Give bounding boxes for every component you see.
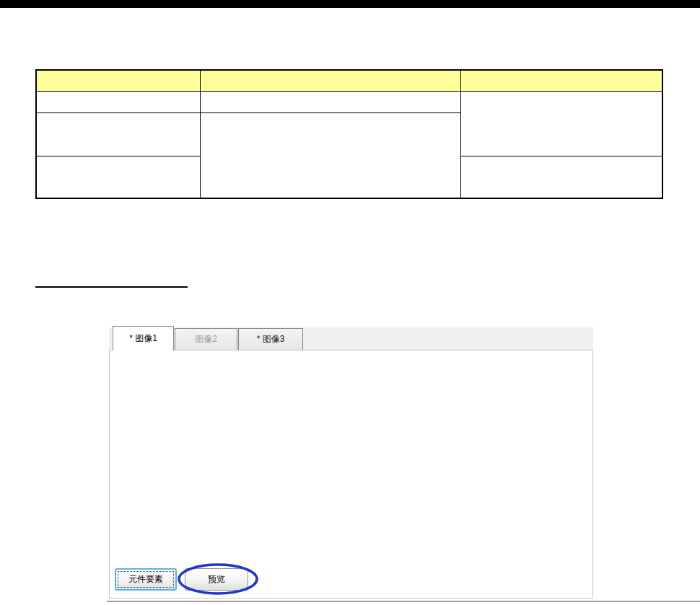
tab-image1-label: * 图像1: [129, 332, 157, 345]
tab-image1[interactable]: * 图像1: [113, 326, 174, 350]
blank-heading-underline: [35, 286, 188, 288]
table-header-row: [36, 70, 662, 91]
element-list-button-label: 元件要素: [128, 573, 163, 586]
tab-image2[interactable]: 图像2: [175, 328, 237, 350]
top-divider-bar: [0, 0, 700, 8]
table-header-cell-3: [460, 70, 662, 91]
preview-button-label: 预览: [208, 573, 225, 586]
preview-button[interactable]: 预览: [185, 568, 248, 591]
table-cell: [460, 156, 662, 198]
tab-image3[interactable]: * 图像3: [238, 328, 303, 350]
manual-page: * 图像1 图像2 * 图像3 元件要素 预览: [0, 0, 700, 605]
table-cell: [200, 91, 460, 112]
tab-image3-label: * 图像3: [257, 333, 285, 345]
element-list-button[interactable]: 元件要素: [115, 568, 177, 591]
tab-image2-label: 图像2: [195, 333, 217, 345]
table-cell-merged: [200, 112, 460, 198]
table-cell: [36, 91, 200, 112]
figure-bottom-edge: [107, 601, 700, 602]
table-cell: [36, 112, 200, 156]
table-cell: [36, 156, 200, 198]
table-row-1: [36, 91, 662, 112]
spec-table: [35, 69, 663, 199]
table-header-cell-2: [200, 70, 460, 91]
tab-content-panel: 元件要素 预览: [109, 350, 593, 599]
image-tabs-figure: * 图像1 图像2 * 图像3 元件要素 预览: [109, 326, 593, 601]
table-cell-merged: [460, 91, 662, 156]
table-header-cell-1: [36, 70, 200, 91]
